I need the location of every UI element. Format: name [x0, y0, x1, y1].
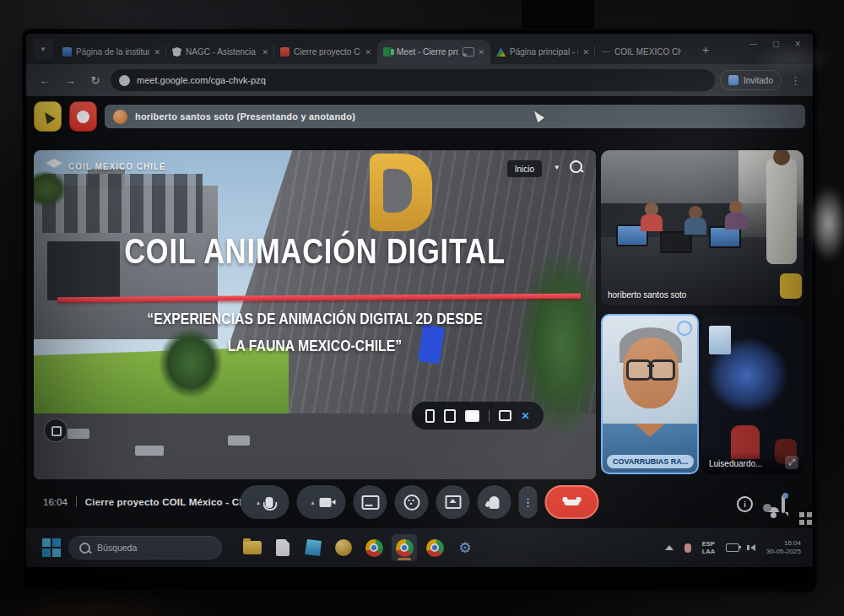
present-button[interactable]: [436, 485, 470, 519]
tab-pagina-principal[interactable]: Página principal - Googl... ✕: [490, 40, 595, 64]
participant-count-badge: [763, 504, 771, 512]
annotation-cursor-button[interactable]: [34, 101, 62, 132]
avatar: [113, 110, 127, 124]
phone-hangup-icon: [565, 500, 580, 505]
close-icon[interactable]: ✕: [154, 48, 160, 57]
slide-subtitle-line2: LA FAUNA MEXICO-CHILE”: [68, 338, 562, 355]
teal-app-icon: [305, 539, 322, 556]
lens: [626, 359, 652, 381]
tray-date: 30-05-2025: [766, 548, 801, 555]
taskbar-search[interactable]: Búsqueda: [68, 536, 222, 559]
participant-name: horiberto santos soto: [608, 290, 686, 300]
search-icon: [570, 160, 582, 173]
chat-button[interactable]: [782, 497, 785, 512]
chevron-up-icon[interactable]: ▴: [257, 499, 260, 506]
tab-coil-mexico-chile[interactable]: — COIL MEXICO CHILE: [595, 40, 691, 64]
taskbar-clock[interactable]: 16:04 30-05-2025: [766, 539, 801, 557]
more-options-button[interactable]: ⋮: [519, 486, 538, 518]
tab-search-button[interactable]: ▾: [33, 39, 53, 59]
camera-button[interactable]: ▴: [297, 485, 346, 519]
speaker-icon[interactable]: [750, 544, 755, 551]
mic-icon: [265, 497, 273, 508]
presenting-banner-text: horiberto santos soto (Presentando y ano…: [135, 111, 355, 122]
camera-glare: [803, 173, 844, 274]
smiley-icon: [403, 494, 419, 511]
folder-icon: [243, 541, 262, 554]
standing-person: [766, 159, 797, 264]
meet-content: horiberto santos soto (Presentando y ano…: [26, 96, 813, 527]
settings-button[interactable]: ⚙: [452, 534, 478, 561]
meeting-panel-buttons: i: [737, 496, 799, 512]
start-button[interactable]: [41, 538, 62, 558]
reload-button[interactable]: ↻: [85, 70, 106, 90]
captions-button[interactable]: [354, 485, 387, 519]
coil-logo-icon: [46, 159, 62, 174]
forward-button[interactable]: →: [60, 70, 80, 90]
tab-meet-active[interactable]: Meet - Cierre proyec... ✕: [377, 40, 490, 64]
close-icon[interactable]: ✕: [365, 48, 371, 57]
record-dot-icon: [77, 111, 89, 123]
chrome-button-active[interactable]: [392, 534, 417, 561]
chevron-down-icon: ▾: [41, 45, 46, 53]
desktop-display: ▾ Página de la institución ✕ NAGC - Asis…: [26, 34, 813, 567]
participant-name: Luiseduardo...: [709, 459, 762, 468]
meeting-details-button[interactable]: i: [737, 496, 753, 512]
mic-in-use-icon[interactable]: [684, 543, 691, 553]
close-icon[interactable]: ✕: [262, 48, 268, 57]
plus-icon: +: [702, 43, 709, 57]
divider: [76, 496, 77, 507]
hidden-icons-chevron[interactable]: [665, 545, 674, 550]
new-tab-button[interactable]: +: [696, 41, 715, 59]
forward-icon: →: [65, 74, 76, 87]
tab-cierre-proyecto[interactable]: Cierre proyecto COIL Mé... ✕: [274, 40, 377, 64]
slide-subtitle-line1: “EXPERIENCIAS DE ANIMACIÓN DIGITAL 2D DE…: [68, 311, 562, 328]
close-icon[interactable]: ✕: [582, 48, 589, 57]
file-explorer-button[interactable]: [240, 534, 265, 561]
back-button[interactable]: ←: [35, 70, 55, 90]
slide-paver: [135, 446, 164, 456]
teal-app-button[interactable]: [300, 534, 326, 561]
chrome-icon: [426, 539, 444, 557]
chrome-icon: [396, 539, 414, 557]
camera-glare-soft: [734, 34, 844, 84]
mic-button[interactable]: ▴: [241, 485, 289, 519]
participant-tile-speaker[interactable]: COVARRUBIAS RA...: [601, 314, 699, 474]
end-call-button[interactable]: [545, 485, 599, 519]
slide-logo: COIL MEXICO CHILE: [46, 159, 166, 174]
battery-icon[interactable]: [726, 543, 739, 552]
clock-time: 16:04: [43, 497, 68, 507]
keyboard-language[interactable]: ESP LAA: [702, 540, 715, 556]
annotation-row: horiberto santos soto (Presentando y ano…: [34, 101, 805, 132]
wall-object: [522, 0, 594, 29]
glasses: [626, 359, 675, 376]
search-label: Búsqueda: [97, 543, 137, 553]
browser-tab-strip: ▾ Página de la institución ✕ NAGC - Asis…: [26, 34, 813, 64]
reload-icon: ↻: [91, 74, 100, 87]
info-icon: i: [737, 496, 753, 512]
expand-icon[interactable]: ⤢: [785, 456, 798, 469]
chevron-down-icon: ▾: [555, 163, 559, 171]
meeting-name: Cierre proyecto COIL México - Chile: [85, 497, 257, 507]
slide-paver: [68, 429, 89, 439]
annotation-record-button[interactable]: [69, 101, 97, 132]
raise-hand-button[interactable]: [478, 485, 511, 519]
gold-app-button[interactable]: [331, 534, 356, 561]
participant-tile-top[interactable]: horiberto santos soto: [601, 150, 803, 305]
chrome-button-2[interactable]: [422, 534, 447, 561]
chrome-button-1[interactable]: [361, 534, 387, 561]
reactions-button[interactable]: [395, 485, 429, 519]
tab-nagc[interactable]: NAGC - Asistencia y Gest... ✕: [166, 40, 274, 64]
address-bar[interactable]: meet.google.com/cga-chvk-pzq: [111, 69, 715, 91]
document-app-button[interactable]: [270, 534, 295, 561]
student-body: [641, 214, 663, 231]
chevron-up-icon[interactable]: ▴: [311, 499, 314, 506]
site-info-icon[interactable]: [119, 75, 130, 86]
close-icon[interactable]: ✕: [478, 48, 484, 57]
presenting-banner: horiberto santos soto (Presentando y ano…: [105, 105, 805, 128]
tab-label: Cierre proyecto COIL Mé...: [294, 47, 360, 57]
gold-app-icon: [335, 539, 352, 556]
participant-tile-right[interactable]: Luiseduardo... ⤢: [702, 314, 803, 474]
lang-bottom: LAA: [702, 548, 715, 555]
tab-institucion[interactable]: Página de la institución ✕: [57, 40, 166, 64]
slide-title: COIL ANIMACIÓN DIGITAL: [84, 231, 545, 272]
